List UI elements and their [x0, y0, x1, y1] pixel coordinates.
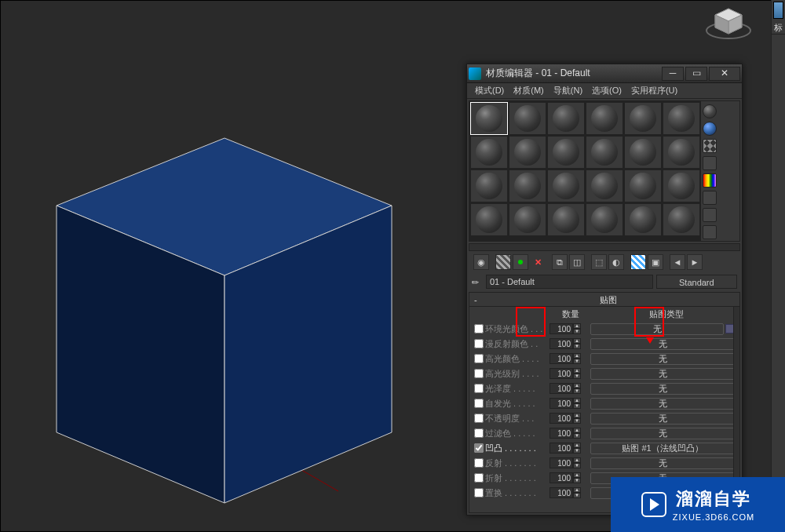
map-amount-refract[interactable]: ▲▼ — [550, 472, 584, 483]
map-amount-diffuse[interactable]: ▲▼ — [550, 338, 584, 349]
sample-scrollbar[interactable] — [469, 243, 740, 251]
reset-map-icon[interactable]: ✕ — [530, 254, 546, 270]
map-button-selfIllum[interactable]: 无 — [590, 398, 735, 410]
close-button[interactable]: ✕ — [709, 67, 740, 81]
map-amount-displace[interactable]: ▲▼ — [550, 487, 584, 498]
sample-slot-12[interactable] — [663, 136, 700, 169]
assign-material-icon[interactable] — [513, 254, 528, 270]
spin-down[interactable]: ▼ — [573, 388, 581, 394]
sample-slot-3[interactable] — [547, 102, 585, 135]
spin-up[interactable]: ▲ — [573, 472, 581, 478]
get-material-icon[interactable]: ◉ — [473, 254, 489, 270]
spin-up[interactable]: ▲ — [573, 443, 581, 448]
map-checkbox-filter[interactable] — [474, 428, 484, 438]
material-editor-window[interactable]: 材质编辑器 - 01 - Default ─ ▭ ✕ 模式(D) 材质(M) 导… — [466, 64, 743, 516]
sample-slot-10[interactable] — [586, 136, 623, 169]
menu-options[interactable]: 选项(O) — [587, 83, 626, 98]
sample-slot-8[interactable] — [509, 136, 546, 169]
rollout-header[interactable]: - 贴图 — [469, 293, 739, 307]
sample-slot-11[interactable] — [624, 136, 662, 169]
spin-up[interactable]: ▲ — [573, 457, 581, 463]
spin-down[interactable]: ▼ — [573, 433, 581, 439]
map-checkbox-bump[interactable] — [474, 443, 484, 453]
spin-up[interactable]: ▲ — [573, 487, 581, 493]
map-amount-selfIllum[interactable]: ▲▼ — [550, 398, 584, 409]
viewcube[interactable] — [704, 2, 753, 51]
map-checkbox-displace[interactable] — [474, 488, 484, 497]
map-button-opacity[interactable]: 无 — [590, 413, 735, 425]
sample-slot-19[interactable] — [470, 203, 508, 236]
sample-slot-18[interactable] — [663, 169, 700, 202]
map-amount-ambient[interactable]: ▲▼ — [550, 323, 584, 334]
map-button-diffuse[interactable]: 无 — [590, 338, 735, 350]
map-button-gloss[interactable]: 无 — [590, 383, 735, 395]
sample-slot-20[interactable] — [509, 203, 546, 236]
sample-slot-7[interactable] — [470, 136, 508, 169]
spin-up[interactable]: ▲ — [573, 368, 581, 373]
sample-slot-24[interactable] — [663, 203, 700, 236]
map-amount-specColor[interactable]: ▲▼ — [550, 353, 584, 364]
map-checkbox-specLevel[interactable] — [474, 369, 484, 378]
map-button-specLevel[interactable]: 无 — [590, 368, 735, 380]
sample-slot-6[interactable] — [663, 102, 700, 135]
spin-down[interactable]: ▼ — [573, 403, 581, 409]
put-to-scene-icon[interactable] — [495, 254, 511, 270]
sample-grid[interactable] — [469, 101, 701, 241]
sample-slot-16[interactable] — [586, 169, 623, 202]
video-color-icon[interactable] — [703, 173, 717, 188]
spin-up[interactable]: ▲ — [573, 338, 581, 344]
sample-type-icon[interactable] — [703, 104, 717, 118]
put-to-library-icon[interactable]: ⬚ — [591, 254, 607, 270]
make-unique-icon[interactable]: ◫ — [569, 254, 585, 270]
select-by-material-icon[interactable] — [703, 208, 717, 222]
show-end-result-icon[interactable]: ▣ — [648, 254, 663, 270]
sample-slot-15[interactable] — [547, 169, 585, 202]
sample-slot-17[interactable] — [624, 169, 662, 202]
sample-uv-icon[interactable] — [703, 156, 717, 170]
spin-down[interactable]: ▼ — [573, 478, 581, 483]
map-button-ambient[interactable]: 无 — [590, 323, 724, 335]
menu-mode[interactable]: 模式(D) — [470, 83, 509, 98]
map-amount-filter[interactable]: ▲▼ — [550, 428, 584, 439]
map-checkbox-gloss[interactable] — [474, 384, 484, 393]
spin-up[interactable]: ▲ — [573, 398, 581, 403]
spin-down[interactable]: ▼ — [573, 344, 581, 349]
map-amount-bump[interactable]: ▲▼ — [550, 443, 584, 454]
go-forward-icon[interactable]: ► — [687, 254, 703, 270]
sample-slot-5[interactable] — [624, 102, 662, 135]
spin-up[interactable]: ▲ — [573, 323, 581, 329]
panel-tab[interactable] — [773, 2, 783, 19]
menu-material[interactable]: 材质(M) — [509, 83, 549, 98]
spin-down[interactable]: ▼ — [573, 373, 581, 379]
spin-up[interactable]: ▲ — [573, 353, 581, 359]
spin-down[interactable]: ▼ — [573, 493, 581, 498]
spin-down[interactable]: ▼ — [573, 463, 581, 468]
sample-slot-23[interactable] — [624, 203, 662, 236]
background-icon[interactable] — [703, 122, 717, 136]
pick-material-icon[interactable]: ✎ — [469, 274, 485, 290]
material-id-icon[interactable]: ◐ — [608, 254, 624, 270]
map-checkbox-refract[interactable] — [474, 473, 484, 483]
map-amount-specLevel[interactable]: ▲▼ — [550, 368, 584, 379]
spin-up[interactable]: ▲ — [573, 383, 581, 388]
right-command-panel[interactable]: 标 — [771, 0, 785, 532]
menubar[interactable]: 模式(D) 材质(M) 导航(N) 选项(O) 实用程序(U) — [467, 83, 742, 99]
map-amount-reflect[interactable]: ▲▼ — [550, 457, 584, 468]
spin-down[interactable]: ▼ — [573, 329, 581, 334]
map-checkbox-specColor[interactable] — [474, 354, 484, 363]
map-button-bump[interactable]: 贴图 #1（法线凹凸） — [590, 443, 735, 454]
spin-down[interactable]: ▼ — [573, 359, 581, 364]
material-type-button[interactable]: Standard — [656, 275, 737, 289]
material-name-input[interactable] — [486, 275, 653, 289]
sample-slot-2[interactable] — [509, 102, 546, 135]
sample-slot-21[interactable] — [547, 203, 585, 236]
checker-bg-icon[interactable] — [703, 139, 717, 153]
menu-navigate[interactable]: 导航(N) — [549, 83, 587, 98]
menu-utilities[interactable]: 实用程序(U) — [626, 83, 682, 98]
map-checkbox-opacity[interactable] — [474, 414, 484, 423]
sample-slot-4[interactable] — [586, 102, 623, 135]
sample-slot-1[interactable] — [470, 102, 508, 135]
titlebar[interactable]: 材质编辑器 - 01 - Default ─ ▭ ✕ — [467, 64, 742, 83]
sample-slot-9[interactable] — [547, 136, 585, 169]
sample-slot-14[interactable] — [509, 169, 546, 202]
